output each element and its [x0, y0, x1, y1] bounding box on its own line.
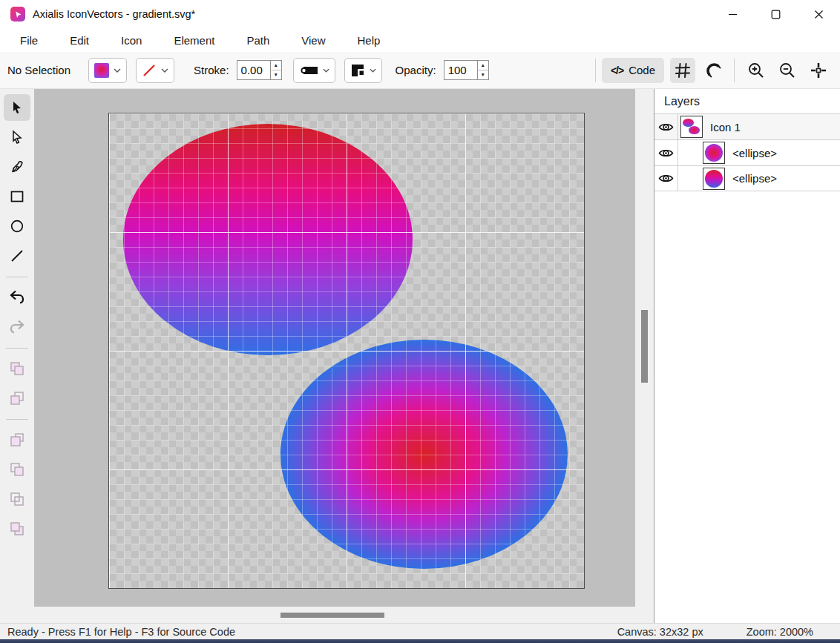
chevron-down-icon	[323, 68, 329, 73]
selection-status: No Selection	[7, 64, 70, 76]
code-view-button[interactable]: </> Code	[602, 58, 664, 83]
ungroup-icon	[9, 390, 25, 406]
opacity-label: Opacity:	[396, 64, 436, 76]
ellipse-shape-radial-gradient[interactable]	[280, 340, 568, 569]
window-bottom-edge	[0, 639, 840, 643]
menu-element[interactable]: Element	[163, 30, 226, 50]
fill-swatch-icon	[94, 63, 109, 78]
opacity-input[interactable]	[444, 61, 477, 79]
zoom-in-button[interactable]	[745, 58, 767, 83]
toolbar-separator	[734, 59, 735, 82]
opacity-down-icon[interactable]: ▼	[478, 70, 488, 79]
ungroup-button[interactable]	[4, 385, 30, 412]
drawing-canvas[interactable]	[108, 113, 585, 589]
line-join-dropdown[interactable]	[344, 58, 382, 83]
tool-line-button[interactable]	[4, 243, 30, 269]
layer-row-ellipse-radial[interactable]: <ellipse>	[654, 139, 840, 165]
toolbar: No Selection Stroke: ▲ ▼	[0, 52, 840, 89]
visibility-toggle[interactable]	[654, 145, 677, 161]
layer-row-icon1[interactable]: Icon 1	[654, 113, 840, 139]
menu-path[interactable]: Path	[235, 30, 280, 50]
palette-separator	[6, 277, 28, 277]
undo-button[interactable]	[4, 284, 30, 311]
center-crosshair-icon	[810, 62, 827, 79]
menu-edit[interactable]: Edit	[59, 30, 100, 50]
tool-palette	[0, 89, 34, 623]
center-view-button[interactable]	[807, 58, 830, 83]
tool-pen-button[interactable]	[4, 154, 30, 180]
stroke-width-spinner[interactable]: ▲ ▼	[237, 60, 282, 80]
visibility-toggle[interactable]	[654, 171, 677, 186]
stroke-swatch-icon	[142, 63, 157, 78]
send-backward-button[interactable]	[4, 486, 30, 512]
grid-toggle-button[interactable]	[670, 58, 695, 83]
tool-ellipse-button[interactable]	[4, 213, 30, 240]
layer-name[interactable]: <ellipse>	[732, 172, 777, 185]
bring-to-front-button[interactable]	[4, 426, 30, 453]
stroke-width-input[interactable]	[237, 61, 270, 79]
line-icon	[10, 248, 24, 263]
layer-name[interactable]: Icon 1	[710, 121, 741, 133]
close-button[interactable]	[797, 0, 840, 28]
eye-icon	[658, 171, 674, 186]
magnet-icon	[705, 62, 723, 79]
layer-row-ellipse-linear[interactable]: <ellipse>	[654, 165, 840, 191]
menu-view[interactable]: View	[290, 30, 336, 50]
layers-panel: Layers Icon 1	[654, 89, 840, 623]
snap-magnet-button[interactable]	[703, 58, 725, 83]
menu-bar: File Edit Icon Element Path View Help	[0, 28, 840, 52]
group-button[interactable]	[4, 355, 30, 382]
visibility-toggle[interactable]	[654, 119, 677, 135]
direct-select-arrow-icon	[10, 130, 24, 145]
line-cap-icon	[299, 64, 318, 77]
horizontal-scrollbar[interactable]	[34, 607, 635, 623]
rectangle-icon	[10, 189, 24, 204]
status-canvas-size: Canvas: 32x32 px	[617, 626, 703, 638]
group-icon	[9, 360, 25, 377]
tool-direct-select-button[interactable]	[4, 124, 30, 151]
select-arrow-icon	[10, 100, 24, 115]
fill-color-dropdown[interactable]	[88, 58, 127, 83]
eye-icon	[658, 145, 674, 161]
ellipse-shape-linear-gradient[interactable]	[123, 124, 413, 355]
bring-to-front-icon	[9, 432, 25, 448]
palette-separator	[6, 419, 28, 420]
vertical-scrollbar-thumb[interactable]	[641, 310, 648, 383]
minimize-button[interactable]	[711, 0, 754, 28]
send-backward-icon	[9, 491, 25, 507]
eye-icon	[658, 119, 674, 135]
line-cap-dropdown[interactable]	[293, 58, 335, 83]
layer-thumbnail	[680, 116, 703, 138]
chevron-down-icon	[161, 68, 168, 73]
layer-thumbnail	[703, 142, 725, 164]
stroke-width-up-icon[interactable]: ▲	[271, 61, 281, 70]
chevron-down-icon	[114, 68, 121, 73]
menu-icon[interactable]: Icon	[110, 30, 153, 50]
bring-forward-button[interactable]	[4, 456, 30, 483]
title-bar: Axialis IconVectors - gradient.svg*	[0, 0, 840, 28]
send-to-back-icon	[9, 521, 25, 537]
opacity-spinner[interactable]: ▲ ▼	[444, 60, 489, 80]
redo-button[interactable]	[4, 314, 30, 340]
stroke-color-dropdown[interactable]	[136, 58, 174, 83]
maximize-button[interactable]	[754, 0, 797, 28]
horizontal-scrollbar-thumb[interactable]	[280, 613, 384, 618]
canvas-viewport[interactable]	[34, 89, 654, 623]
menu-file[interactable]: File	[9, 30, 49, 50]
opacity-up-icon[interactable]: ▲	[478, 61, 488, 70]
send-to-back-button[interactable]	[4, 515, 30, 542]
stroke-width-down-icon[interactable]: ▼	[271, 70, 281, 79]
status-bar: Ready - Press F1 for Help - F3 for Sourc…	[0, 623, 840, 639]
layer-name[interactable]: <ellipse>	[732, 147, 777, 159]
zoom-out-button[interactable]	[776, 58, 798, 83]
app-logo-icon	[10, 7, 25, 22]
vertical-scrollbar[interactable]	[635, 89, 654, 607]
layers-panel-title: Layers	[654, 89, 840, 113]
ellipse-icon	[10, 219, 24, 234]
bring-forward-icon	[9, 461, 25, 478]
redo-icon	[9, 319, 25, 335]
tool-select-button[interactable]	[4, 94, 30, 121]
tool-rectangle-button[interactable]	[4, 183, 30, 210]
zoom-in-icon	[747, 62, 765, 79]
menu-help[interactable]: Help	[347, 30, 392, 50]
